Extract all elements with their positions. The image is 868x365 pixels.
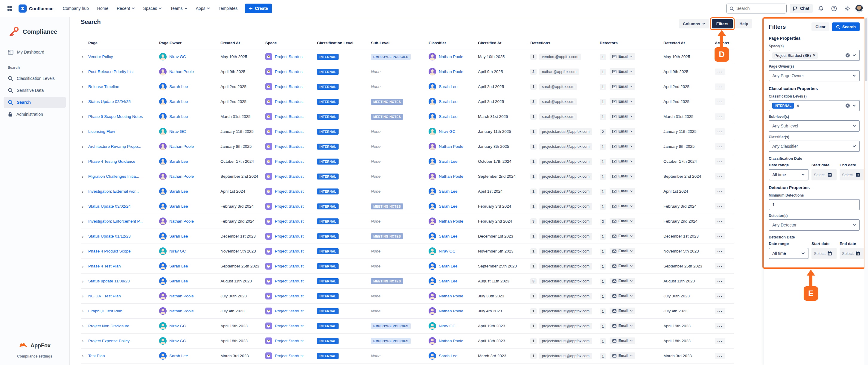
- page-link[interactable]: Phase 4 Test Plan: [88, 264, 121, 268]
- chat-button[interactable]: Chat: [789, 4, 813, 13]
- page-owner-link[interactable]: Sarah Lee: [169, 204, 188, 209]
- spaces-select[interactable]: Project Stardust (SB)✕: [769, 50, 860, 61]
- settings-gear-icon[interactable]: [842, 3, 852, 13]
- space-link[interactable]: Project Stardust: [275, 144, 304, 149]
- page-link[interactable]: Test Plan: [88, 354, 105, 358]
- nav-apps[interactable]: Apps: [193, 4, 214, 13]
- sublevels-select[interactable]: Any Sub-level: [769, 120, 860, 132]
- page-owner-link[interactable]: Nirav GC: [169, 129, 186, 134]
- filters-button[interactable]: Filters: [712, 19, 733, 28]
- classifier-link[interactable]: Nirav GC: [439, 249, 456, 253]
- space-link[interactable]: Project Stardust: [275, 204, 304, 209]
- page-link[interactable]: Project Non Disclosure: [88, 324, 129, 328]
- row-actions-button[interactable]: ...: [715, 218, 725, 224]
- classifier-link[interactable]: Sarah Lee: [439, 114, 457, 119]
- space-link[interactable]: Project Stardust: [275, 114, 304, 119]
- page-link[interactable]: Phase 4 Testing Guidance: [88, 159, 135, 164]
- global-search-input[interactable]: [736, 6, 778, 11]
- classifier-link[interactable]: Sarah Lee: [439, 99, 457, 104]
- window-scrollbar[interactable]: [864, 17, 868, 365]
- classifier-link[interactable]: Sarah Lee: [439, 354, 457, 358]
- page-owner-link[interactable]: Sarah Lee: [169, 234, 188, 239]
- row-expander-icon[interactable]: ›: [81, 353, 85, 358]
- nav-spaces[interactable]: Spaces: [140, 4, 165, 13]
- page-link[interactable]: Licensing Flow: [88, 129, 115, 134]
- detector-email-dropdown[interactable]: Email: [610, 173, 635, 180]
- detector-email-dropdown[interactable]: Email: [610, 278, 635, 284]
- page-link[interactable]: Phase 4 Product Scope: [88, 249, 131, 253]
- page-link[interactable]: Status update 11/08/23: [88, 279, 130, 283]
- page-owner-link[interactable]: Sarah Lee: [169, 354, 188, 358]
- row-actions-button[interactable]: ...: [715, 338, 725, 344]
- apply-search-button[interactable]: Search: [832, 23, 860, 31]
- notifications-icon[interactable]: [816, 3, 826, 13]
- page-owner-link[interactable]: Sarah Lee: [169, 279, 188, 283]
- row-expander-icon[interactable]: ›: [81, 84, 85, 89]
- page-link[interactable]: Vendor Policy: [88, 55, 113, 59]
- classification-start-date-input[interactable]: Select.: [811, 169, 837, 180]
- classification-levels-select[interactable]: INTERNAL ✕: [769, 100, 860, 111]
- page-owner-link[interactable]: Sarah Lee: [169, 159, 188, 164]
- detector-email-dropdown[interactable]: Email: [610, 98, 635, 105]
- row-actions-button[interactable]: ...: [715, 173, 725, 180]
- space-link[interactable]: Project Stardust: [275, 234, 304, 239]
- row-actions-button[interactable]: ...: [715, 263, 725, 269]
- detection-end-date-input[interactable]: Select.: [840, 248, 865, 259]
- page-owner-link[interactable]: Nirav GC: [169, 339, 186, 343]
- min-detections-input[interactable]: [769, 199, 860, 210]
- classifier-link[interactable]: Sarah Lee: [439, 279, 457, 283]
- nav-teams[interactable]: Teams: [167, 4, 190, 13]
- row-actions-button[interactable]: ...: [715, 158, 725, 164]
- page-link[interactable]: GraphQL Test Plan: [88, 309, 122, 313]
- row-actions-button[interactable]: ...: [715, 203, 725, 209]
- detector-email-dropdown[interactable]: Email: [610, 83, 635, 90]
- row-expander-icon[interactable]: ›: [81, 308, 85, 313]
- page-link[interactable]: Investigation: Enforcement P...: [88, 219, 143, 223]
- page-owner-link[interactable]: Sarah Lee: [169, 84, 188, 89]
- row-actions-button[interactable]: ...: [715, 278, 725, 284]
- user-avatar[interactable]: [855, 4, 863, 12]
- detector-email-dropdown[interactable]: Email: [610, 218, 635, 224]
- row-expander-icon[interactable]: ›: [81, 114, 85, 119]
- detectors-select[interactable]: Any Detector: [769, 219, 860, 231]
- page-link[interactable]: Migration Challenges Initia...: [88, 174, 139, 179]
- page-link[interactable]: Architecture Revamp Propo...: [88, 144, 141, 149]
- row-expander-icon[interactable]: ›: [81, 144, 85, 149]
- page-link[interactable]: Status Update 01/12/23: [88, 234, 131, 239]
- space-link[interactable]: Project Stardust: [275, 294, 304, 298]
- page-link[interactable]: Project Expense Policy: [88, 339, 129, 343]
- help-button[interactable]: Help: [736, 19, 752, 28]
- row-actions-button[interactable]: ...: [715, 293, 725, 299]
- row-actions-button[interactable]: ...: [715, 188, 725, 194]
- detector-email-dropdown[interactable]: Email: [610, 353, 635, 359]
- space-link[interactable]: Project Stardust: [275, 129, 304, 134]
- space-link[interactable]: Project Stardust: [275, 324, 304, 328]
- compliance-settings-link[interactable]: Compliance settings: [0, 354, 69, 358]
- space-link[interactable]: Project Stardust: [275, 339, 304, 343]
- detection-start-date-input[interactable]: Select.: [811, 248, 837, 259]
- page-owner-link[interactable]: Nathan Poole: [169, 144, 194, 149]
- page-owner-link[interactable]: Sarah Lee: [169, 114, 188, 119]
- page-link[interactable]: Post-Release Priority List: [88, 69, 134, 74]
- row-expander-icon[interactable]: ›: [81, 174, 85, 179]
- detector-email-dropdown[interactable]: Email: [610, 233, 635, 239]
- page-owner-link[interactable]: Nirav GC: [169, 324, 186, 328]
- classifier-link[interactable]: Nathan Poole: [439, 309, 463, 313]
- page-link[interactable]: Status Update 02/04/25: [88, 99, 131, 104]
- classifier-link[interactable]: Nathan Poole: [439, 219, 463, 223]
- page-owner-link[interactable]: Sarah Lee: [169, 189, 188, 193]
- row-expander-icon[interactable]: ›: [81, 278, 85, 284]
- confluence-logo[interactable]: Confluence: [19, 4, 54, 12]
- space-link[interactable]: Project Stardust: [275, 354, 304, 358]
- app-switcher-icon[interactable]: [5, 3, 15, 13]
- detector-email-dropdown[interactable]: Email: [610, 128, 635, 134]
- row-actions-button[interactable]: ...: [715, 84, 725, 90]
- clear-select-icon[interactable]: [845, 103, 850, 108]
- classifier-link[interactable]: Nathan Poole: [439, 55, 463, 59]
- row-actions-button[interactable]: ...: [715, 233, 725, 239]
- detector-email-dropdown[interactable]: Email: [610, 113, 635, 120]
- page-owners-select[interactable]: Any Page Owner: [769, 70, 860, 81]
- sidebar-item-my-dashboard[interactable]: My Dashboard: [4, 47, 66, 58]
- page-owner-link[interactable]: Sarah Lee: [169, 264, 188, 268]
- space-link[interactable]: Project Stardust: [275, 264, 304, 268]
